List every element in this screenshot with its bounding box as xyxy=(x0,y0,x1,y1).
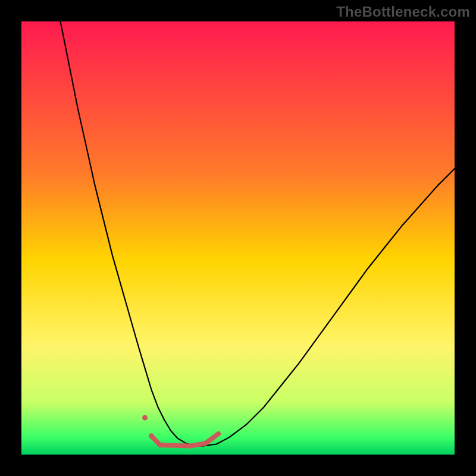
svg-line-3 xyxy=(160,445,190,446)
plot-area xyxy=(21,21,455,455)
svg-point-0 xyxy=(142,415,148,421)
chart-svg xyxy=(21,21,455,455)
watermark-text: TheBottleneck.com xyxy=(336,4,470,20)
chart-frame: TheBottleneck.com xyxy=(0,0,476,476)
gradient-background xyxy=(21,21,455,455)
